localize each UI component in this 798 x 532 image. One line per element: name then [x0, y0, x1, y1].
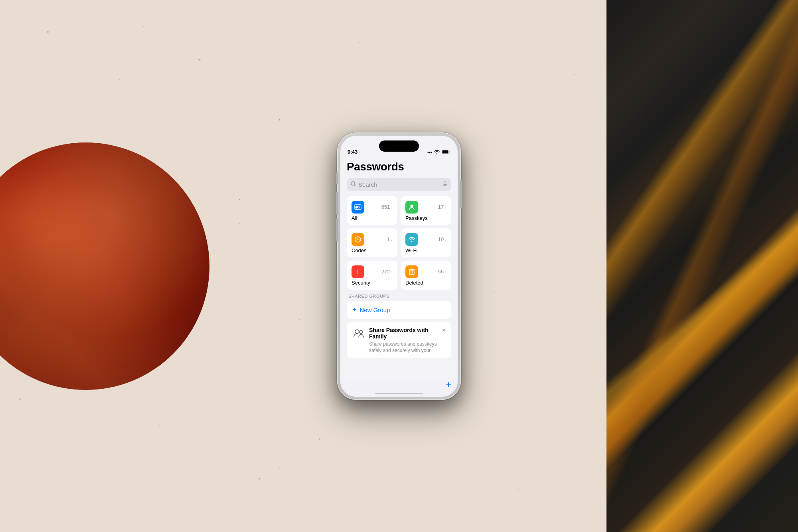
search-bar[interactable]: Search — [347, 178, 451, 191]
category-tile-security[interactable]: ! 272 › Security — [347, 261, 397, 290]
svg-point-6 — [356, 206, 358, 208]
mute-button — [336, 172, 338, 184]
dynamic-island — [379, 140, 419, 152]
share-card-close-button[interactable]: × — [442, 327, 446, 334]
codes-count-row: 1 › — [387, 236, 393, 242]
passkeys-count-row: 17 › — [438, 204, 446, 210]
signal-icon: ▪▪▪ — [427, 150, 432, 154]
svg-rect-1 — [442, 150, 448, 153]
wifi-count: 10 — [438, 236, 444, 242]
search-icon — [351, 181, 356, 188]
category-tile-wifi[interactable]: 10 › Wi-Fi — [401, 228, 451, 257]
passkeys-count: 17 — [438, 204, 444, 210]
tile-top-security: ! 272 › — [352, 265, 393, 278]
status-icons: ▪▪▪ — [427, 150, 450, 155]
all-icon — [352, 201, 364, 214]
wifi-count-row: 10 › — [438, 236, 446, 242]
security-count-row: 272 › — [381, 269, 393, 275]
security-label: Security — [352, 280, 393, 286]
tile-top-wifi: 10 › — [405, 233, 446, 246]
share-passwords-card: Share Passwords with Family Share passwo… — [347, 322, 451, 359]
app-title: Passwords — [347, 160, 451, 173]
security-chevron: › — [391, 269, 393, 274]
search-placeholder: Search — [358, 181, 440, 188]
deleted-count: 55 — [438, 269, 444, 275]
microphone-icon[interactable] — [442, 181, 447, 188]
wifi-category-icon — [405, 233, 418, 246]
svg-point-15 — [355, 330, 359, 334]
share-card-header: Share Passwords with Family Share passwo… — [352, 327, 446, 354]
category-tile-codes[interactable]: 1 › Codes — [347, 228, 397, 257]
category-tile-passkeys[interactable]: 17 › Passkeys — [401, 196, 451, 225]
svg-rect-12 — [409, 270, 414, 275]
home-indicator — [375, 393, 423, 394]
circle-decoration — [0, 142, 209, 390]
security-count: 272 — [381, 269, 390, 275]
marble-veins — [606, 0, 798, 532]
tile-top-deleted: 55 › — [405, 265, 446, 278]
codes-count: 1 — [387, 236, 390, 242]
tile-top-all: 651 › — [352, 201, 393, 214]
wifi-icon — [434, 150, 440, 155]
passkeys-icon — [405, 201, 418, 214]
add-password-button[interactable]: + — [446, 379, 451, 390]
all-chevron: › — [391, 205, 393, 210]
new-group-label: New Group — [360, 307, 390, 313]
codes-icon — [352, 233, 364, 246]
battery-icon — [442, 150, 450, 155]
svg-point-8 — [411, 204, 413, 207]
wifi-label: Wi-Fi — [405, 247, 446, 253]
all-count-row: 651 › — [381, 204, 393, 210]
svg-point-16 — [359, 330, 363, 334]
shared-groups-section: SHARED GROUPS + New Group — [340, 294, 458, 319]
iphone-body: 9:43 ▪▪▪ — [337, 133, 461, 400]
app-header: Passwords — [340, 157, 458, 175]
category-grid: 651 › All — [340, 194, 458, 291]
iphone-screen: 9:43 ▪▪▪ — [340, 136, 458, 397]
wifi-chevron: › — [445, 237, 446, 242]
volume-up-button — [336, 192, 338, 215]
share-card-text: Share Passwords with Family Share passwo… — [369, 327, 438, 354]
all-count: 651 — [381, 204, 390, 210]
new-group-row[interactable]: + New Group — [347, 301, 451, 319]
category-tile-deleted[interactable]: 55 › Deleted — [401, 261, 451, 290]
deleted-count-row: 55 › — [438, 269, 446, 275]
tile-top-passkeys: 17 › — [405, 201, 446, 214]
category-tile-all[interactable]: 651 › All — [347, 196, 397, 225]
volume-down-button — [336, 218, 338, 241]
security-icon: ! — [352, 265, 364, 278]
passkeys-chevron: › — [445, 205, 446, 210]
power-button — [460, 180, 462, 208]
share-card-title: Share Passwords with Family — [369, 327, 438, 340]
app-content: Passwords Search — [340, 157, 458, 397]
iphone-device: 9:43 ▪▪▪ — [337, 133, 461, 400]
tile-top-codes: 1 › — [352, 233, 393, 246]
all-label: All — [352, 215, 393, 221]
deleted-chevron: › — [445, 269, 446, 274]
deleted-icon — [405, 265, 418, 278]
share-card-description: Share passwords and passkeys safely and … — [369, 341, 438, 354]
passkeys-label: Passkeys — [405, 215, 446, 221]
deleted-label: Deleted — [405, 280, 446, 286]
share-people-icon — [352, 327, 365, 340]
svg-rect-3 — [444, 181, 446, 184]
svg-text:!: ! — [357, 269, 359, 275]
new-group-plus-icon: + — [352, 306, 357, 314]
status-time: 9:43 — [348, 149, 358, 155]
codes-label: Codes — [352, 247, 393, 253]
background-marble — [606, 0, 798, 532]
shared-groups-header: SHARED GROUPS — [347, 294, 451, 299]
codes-chevron: › — [391, 237, 393, 242]
